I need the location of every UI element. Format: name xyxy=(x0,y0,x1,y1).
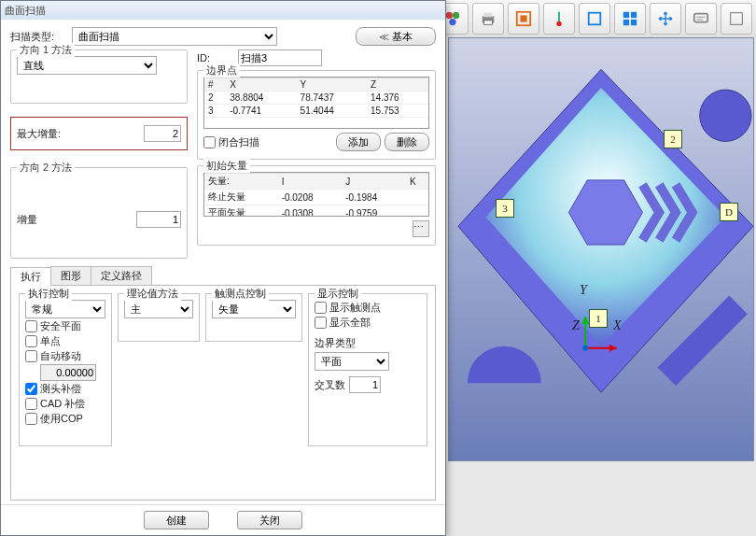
tool-icon-6[interactable] xyxy=(614,3,646,35)
viewport-3d[interactable]: Y X Z 1 2 3 D xyxy=(448,37,754,461)
cross-input[interactable] xyxy=(349,376,381,393)
scan-type-select[interactable]: 曲面扫描 xyxy=(72,27,277,46)
move-icon[interactable] xyxy=(650,3,681,35)
marker-1[interactable]: 1 xyxy=(589,309,608,328)
tab-strip: 执行 图形 定义路径 xyxy=(10,266,436,286)
chk-show-all[interactable]: 显示全部 xyxy=(315,316,421,330)
svg-point-1 xyxy=(453,12,459,19)
boundary-table-box[interactable]: # X Y Z 2 38.8804 78.7437 14.376 xyxy=(203,77,429,129)
initvec-legend: 初始矢量 xyxy=(203,159,250,173)
chk-probe-comp[interactable]: 测头补偿 xyxy=(25,382,105,396)
svg-point-22 xyxy=(700,90,751,141)
tool-icon-9[interactable] xyxy=(721,3,752,35)
svg-rect-5 xyxy=(484,21,493,25)
table-row: 终止矢量 -0.0208 -0.1984 xyxy=(204,190,428,205)
dir1-legend: 方向 1 方法 xyxy=(17,43,75,57)
print-icon[interactable] xyxy=(472,3,504,35)
cross-label: 交叉数 xyxy=(315,378,345,392)
axis-z-label: Z xyxy=(572,318,580,333)
svg-rect-7 xyxy=(520,15,526,21)
max-increment-box: 最大增量: xyxy=(10,117,188,150)
chk-safe-plane[interactable]: 安全平面 xyxy=(25,319,105,333)
id-label: ID: xyxy=(197,52,234,63)
svg-rect-10 xyxy=(589,13,601,25)
dialog-title: 曲面扫描 xyxy=(1,1,445,20)
chk-show-touch[interactable]: 显示触测点 xyxy=(315,301,421,315)
table-row: 3 -0.7741 51.4044 15.753 xyxy=(204,105,428,118)
axis-x-label: X xyxy=(613,318,622,333)
touch-group: 触测点控制 矢量 xyxy=(205,293,302,342)
table-row: 2 38.8804 78.7437 14.376 xyxy=(204,92,428,105)
dir2-increment-label: 增量 xyxy=(17,213,37,227)
marker-d[interactable]: D xyxy=(720,203,738,221)
probe-down-icon[interactable] xyxy=(543,3,575,35)
boundary-group: 边界点 # X Y Z 2 38.8804 xyxy=(197,70,436,160)
svg-rect-14 xyxy=(631,20,637,25)
table-row: 平面矢量 -0.0308 -0.9759 xyxy=(204,205,428,218)
dialog-footer: 创建 关闭 xyxy=(1,504,445,535)
dir1-group: 方向 1 方法 直线 xyxy=(10,49,188,104)
tool-icon-3[interactable] xyxy=(508,3,539,35)
display-group: 显示控制 显示触测点 显示全部 边界类型 平面 交叉数 xyxy=(308,293,427,446)
svg-point-0 xyxy=(446,12,453,19)
marker-2[interactable]: 2 xyxy=(664,130,682,148)
create-button[interactable]: 创建 xyxy=(144,511,209,529)
tab-panel-exec: 执行控制 常规 安全平面 单点 自动移动 测头补偿 CAD 补偿 使用COP 理… xyxy=(10,286,436,501)
scan-type-label: 扫描类型: xyxy=(10,30,68,44)
svg-point-28 xyxy=(582,346,588,351)
marker-3[interactable]: 3 xyxy=(496,199,514,218)
initvec-table-box[interactable]: 矢量: I J K 终止矢量 -0.0208 -0.1984 xyxy=(203,172,429,217)
tab-graphic[interactable]: 图形 xyxy=(50,266,91,285)
add-button[interactable]: 添加 xyxy=(336,133,381,151)
tab-path[interactable]: 定义路径 xyxy=(91,266,152,285)
exec-ctrl-select[interactable]: 常规 xyxy=(25,300,105,318)
svg-rect-13 xyxy=(623,20,629,25)
vector-edit-icon[interactable]: ⋯ xyxy=(413,220,429,237)
dir2-group: 方向 2 方法 增量 xyxy=(10,167,188,259)
svg-rect-4 xyxy=(484,13,493,18)
initvec-table: 矢量: I J K 终止矢量 -0.0208 -0.1984 xyxy=(204,173,428,217)
model-svg xyxy=(449,38,753,460)
axis-y-label: Y xyxy=(580,283,587,298)
dir2-increment-input[interactable] xyxy=(136,211,181,228)
boundary-legend: 边界点 xyxy=(203,63,240,78)
chk-cad-comp[interactable]: CAD 补偿 xyxy=(25,397,105,411)
svg-rect-18 xyxy=(731,13,743,25)
bound-type-label: 边界类型 xyxy=(315,337,356,348)
svg-rect-15 xyxy=(694,14,707,22)
svg-point-9 xyxy=(556,21,561,26)
initvec-group: 初始矢量 矢量: I J K 终止矢量 -0.0208 xyxy=(197,165,436,246)
svg-rect-11 xyxy=(623,12,629,18)
svg-point-2 xyxy=(449,19,455,25)
delete-button[interactable]: 删除 xyxy=(385,133,429,151)
theory-select[interactable]: 主 xyxy=(124,300,193,318)
max-increment-input[interactable] xyxy=(144,125,181,142)
dir2-legend: 方向 2 方法 xyxy=(17,161,75,175)
basic-button[interactable]: ≪ 基本 xyxy=(356,27,436,46)
id-input[interactable] xyxy=(238,49,322,66)
exec-ctrl-group: 执行控制 常规 安全平面 单点 自动移动 测头补偿 CAD 补偿 使用COP xyxy=(19,293,112,446)
max-increment-label: 最大增量: xyxy=(17,127,61,141)
chk-use-cop[interactable]: 使用COP xyxy=(25,412,105,426)
dir1-select[interactable]: 直线 xyxy=(17,56,157,75)
theory-group: 理论值方法 主 xyxy=(118,293,200,342)
close-button[interactable]: 关闭 xyxy=(237,511,302,529)
svg-rect-12 xyxy=(631,12,637,18)
auto-move-value[interactable] xyxy=(40,364,96,381)
bound-type-select[interactable]: 平面 xyxy=(315,352,389,371)
close-scan-checkbox[interactable]: 闭合扫描 xyxy=(203,135,259,149)
tool-icon-5[interactable] xyxy=(579,3,610,35)
touch-select[interactable]: 矢量 xyxy=(212,300,296,318)
chk-single-pt[interactable]: 单点 xyxy=(25,334,105,348)
tab-exec[interactable]: 执行 xyxy=(10,267,51,286)
boundary-table: # X Y Z 2 38.8804 78.7437 14.376 xyxy=(204,78,428,118)
scan-dialog: 曲面扫描 扫描类型: 曲面扫描 ≪ 基本 方向 1 方法 直线 最大增量: xyxy=(0,0,446,536)
chk-auto-move[interactable]: 自动移动 xyxy=(25,349,105,363)
comment-icon[interactable] xyxy=(685,3,717,35)
